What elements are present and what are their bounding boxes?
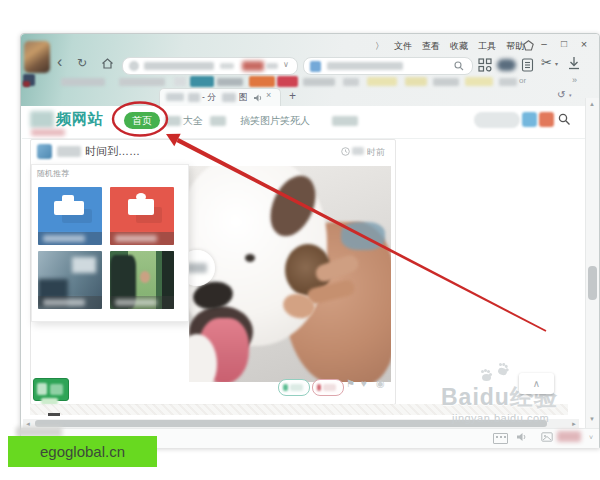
baidu-watermark: Baidu经验 jingyan.baidu.com [430,362,600,428]
screenshot-canvas: 〉 文件 查看 收藏 工具 帮助 – □ × ‹ ↻ ∨ [0,0,600,480]
egoglobal-text: egoglobal.cn [40,443,125,460]
paw-icon [497,367,508,376]
annotation-arrow-shaft [177,138,547,332]
annotation-circle [113,103,167,136]
chevron-up-icon: ∧ [533,378,540,389]
paw-icon [482,374,491,381]
baidu-url-text: jingyan.baidu.com [452,412,549,424]
baidu-brand-text: Baidu [441,384,510,410]
back-to-top-button[interactable]: ∧ [519,373,554,394]
egoglobal-watermark: egoglobal.cn [8,436,157,467]
